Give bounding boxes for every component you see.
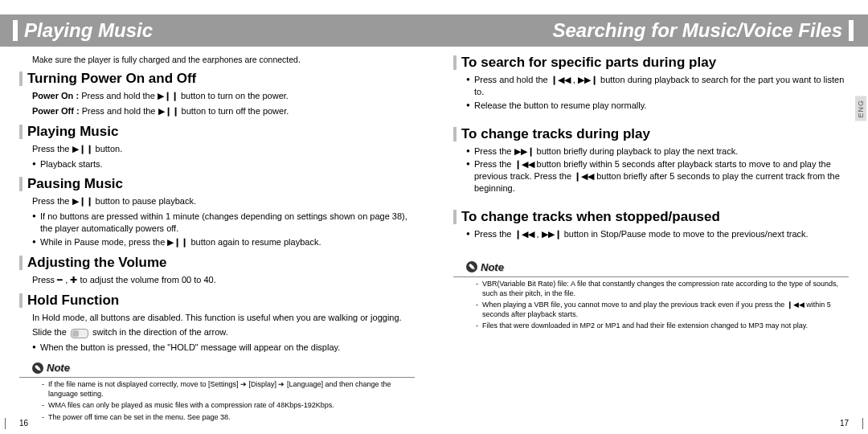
playing-bullets: Playback starts. [32, 158, 415, 170]
right-note-2: When playing a VBR file, you cannot move… [476, 300, 849, 319]
change-stopped-b1: Press the ❙◀◀ , ▶▶❙ button in Stop/Pause… [466, 228, 849, 240]
right-title: Searching for Music/Voice Files [552, 19, 842, 42]
left-note-list: If the file name is not displayed correc… [42, 379, 415, 422]
change-play-bullets: Press the ▶▶❙ button briefly during play… [466, 145, 849, 194]
right-note-rule [453, 276, 849, 277]
left-note-2: WMA files can only be played as music fi… [42, 400, 415, 410]
crop-tick-left [5, 418, 6, 429]
crop-tick-right [862, 418, 863, 429]
pausing-bullets: If no buttons are pressed within 1 minut… [32, 211, 415, 248]
section-search: To search for specific parts during play [453, 55, 849, 71]
search-b2: Release the button to resume play normal… [466, 100, 849, 112]
power-on-line: Power On : Press and hold the ▶❙❙ button… [32, 90, 415, 102]
right-note-list: VBR(Variable Bit Rate) file: A file that… [476, 279, 849, 331]
left-note-3: The power off time can be set in the men… [42, 412, 415, 422]
section-pausing: Pausing Music [19, 176, 415, 192]
change-stopped-bullets: Press the ❙◀◀ , ▶▶❙ button in Stop/Pause… [466, 228, 849, 240]
right-titlebar: Searching for Music/Voice Files [434, 14, 868, 47]
playing-line: Press the ▶❙❙ button. [32, 143, 415, 155]
language-tab: ENG [855, 96, 866, 121]
section-change-stopped: To change tracks when stopped/paused [453, 209, 849, 225]
hold-bullets: When the button is pressed, the "HOLD" m… [32, 342, 415, 354]
pausing-line: Press the ▶❙❙ button to pause playback. [32, 195, 415, 207]
pausing-b1: If no buttons are pressed within 1 minut… [32, 211, 415, 235]
titlebar-stub [13, 20, 18, 41]
left-note-1: If the file name is not displayed correc… [42, 379, 415, 399]
change-play-b2: Press the ❙◀◀ button briefly within 5 se… [466, 158, 849, 194]
left-titlebar: Playing Music [0, 14, 434, 47]
section-power: Turning Power On and Off [19, 71, 415, 87]
section-change-play: To change tracks during play [453, 126, 849, 142]
change-play-b1: Press the ▶▶❙ button briefly during play… [466, 145, 849, 158]
left-title: Playing Music [24, 19, 153, 42]
playing-b1: Playback starts. [32, 158, 415, 170]
section-playing: Playing Music [19, 124, 415, 140]
note-icon: ✎ [32, 362, 43, 374]
page-spread: Playing Music Make sure the player is fu… [0, 0, 868, 434]
hold-b1: When the button is pressed, the "HOLD" m… [32, 342, 415, 354]
right-note-header: ✎ Note [466, 261, 849, 273]
search-bullets: Press and hold the ❙◀◀ , ▶▶❙ button duri… [466, 74, 849, 112]
note-icon: ✎ [466, 261, 477, 272]
volume-line: Press ━ , ✚ to adjust the volume from 00… [32, 274, 415, 286]
power-off-line: Power Off : Press and hold the ▶❙❙ butto… [32, 105, 415, 117]
right-note-1: VBR(Variable Bit Rate) file: A file that… [476, 279, 849, 298]
titlebar-stub [849, 20, 854, 41]
hold-switch-icon [71, 329, 88, 338]
page-number-left: 16 [19, 419, 28, 428]
pausing-b2: While in Pause mode, press the ▶❙❙ butto… [32, 236, 415, 248]
section-hold: Hold Function [19, 293, 415, 309]
left-note-header: ✎ Note [32, 362, 415, 374]
left-intro: Make sure the player is fully charged an… [32, 55, 415, 64]
page-number-right: 17 [840, 419, 849, 428]
page-right: Searching for Music/Voice Files To searc… [434, 0, 868, 434]
page-left: Playing Music Make sure the player is fu… [0, 0, 434, 434]
right-note-3: Files that were downloaded in MP2 or MP1… [476, 321, 849, 330]
hold-line2: Slide the switch in the direction of the… [32, 326, 415, 338]
left-note-rule [19, 377, 415, 378]
hold-line1: In Hold mode, all buttons are disabled. … [32, 312, 415, 324]
section-volume: Adjusting the Volume [19, 255, 415, 271]
search-b1: Press and hold the ❙◀◀ , ▶▶❙ button duri… [466, 74, 849, 98]
